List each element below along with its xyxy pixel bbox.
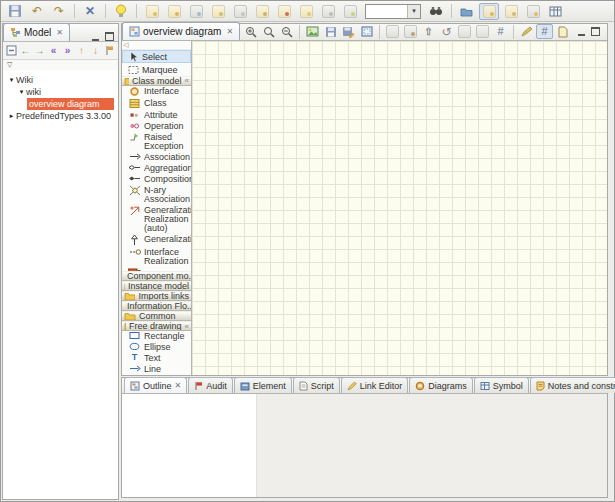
save-as-button[interactable] [340,24,357,39]
model-view-tab[interactable]: Model ✕ [3,23,70,41]
tree-row-predefined-types[interactable]: ▸ PredefinedTypes 3.3.00 [3,110,118,122]
save-button[interactable] [5,3,25,20]
undo-button[interactable]: ↶ [27,3,47,20]
collapse-all-button[interactable] [5,43,18,58]
palette-item-operation[interactable]: Operation [122,121,191,132]
editor-tab-overview-diagram[interactable]: overview diagram ✕ [122,22,240,40]
expand-arrow-icon[interactable]: ▾ [7,76,16,84]
configure-tools-button[interactable]: ✕ [80,3,100,20]
palette-item-composition[interactable]: Composition [122,174,191,185]
move-down-button[interactable]: ↓ [89,43,102,58]
palette-section-information-flows[interactable]: Information Flo... [122,301,191,311]
align-top-button[interactable]: ⇧ [420,24,437,39]
next-related-button[interactable]: » [61,43,74,58]
close-icon[interactable]: ✕ [56,28,63,37]
tab-link-editor[interactable]: Link Editor [341,377,409,393]
palette-item-line[interactable]: Line [122,364,191,375]
table-view-button[interactable] [545,3,565,20]
tab-diagrams[interactable]: Diagrams [409,377,473,393]
palette-item-generalization-realization-auto[interactable]: Generalizatio... Realization (auto) [122,205,191,234]
close-icon[interactable]: ✕ [226,27,233,36]
redo-button[interactable]: ↷ [49,3,69,20]
layout-toggle-button[interactable] [479,3,499,20]
page-mode-button[interactable] [554,24,571,39]
palette-item-interface-realization[interactable]: Interface Realization [122,247,191,267]
palette-item-aggregation[interactable]: Aggregation [122,163,191,174]
pen-button[interactable] [518,24,535,39]
navigate-forward-button[interactable]: → [33,43,46,58]
close-icon[interactable]: ✕ [175,381,182,390]
diagram-canvas[interactable] [192,41,607,375]
palette-item-raised-exception[interactable]: Raised Exception [122,132,191,152]
model-action-9-button[interactable] [318,3,338,20]
collapse-arrow-icon[interactable]: ▸ [7,112,16,120]
tree-row-overview-diagram[interactable]: overview diagram [3,98,118,110]
tree-row-wiki-package[interactable]: ▾ wiki [3,86,118,98]
palette-item-generalization[interactable]: Generalization [122,234,191,247]
palette-item-nary-association[interactable]: N-ary Association [122,185,191,205]
model-view-menu[interactable]: ▽ [3,60,118,70]
zoom-out-button[interactable] [278,24,295,39]
model-action-7-button[interactable] [274,3,294,20]
hint-button[interactable] [111,3,131,20]
pin-drawer-icon[interactable]: « [185,76,189,85]
combo-dropdown-icon[interactable]: ▾ [407,5,420,18]
search-combo[interactable]: ▾ [365,4,421,19]
tree-row-wiki-project[interactable]: ▾ Wiki [3,74,118,86]
model-action-4-button[interactable] [208,3,228,20]
maximize-view-button[interactable] [105,32,114,41]
palette-section-imports-links[interactable]: Imports links [122,291,191,301]
distribute-v-button[interactable] [474,24,491,39]
palette-item-association[interactable]: Association [122,152,191,163]
palette-section-instance-model[interactable]: Instance model [122,281,191,291]
move-up-button[interactable]: ↑ [75,43,88,58]
save-diagram-button[interactable] [322,24,339,39]
minimize-editor-button[interactable] [576,27,587,36]
view-option-1-button[interactable] [501,3,521,20]
model-action-6-button[interactable] [252,3,272,20]
palette-collapse-button[interactable]: ◁ [122,41,191,50]
model-action-10-button[interactable] [340,3,360,20]
previous-related-button[interactable]: « [47,43,60,58]
pin-drawer-icon[interactable]: « [185,322,189,331]
palette-item-text[interactable]: T Text [122,353,191,364]
palette-item-interface[interactable]: Interface [122,86,191,98]
model-action-1-button[interactable] [142,3,162,20]
outline-canvas[interactable] [122,394,257,497]
tab-notes-and-constraints[interactable]: Notes and constraints [530,377,615,393]
palette-section-free-drawing[interactable]: Free drawing « [122,321,191,331]
tab-symbol[interactable]: Symbol [474,377,529,393]
palette-section-component-model[interactable]: Component mo... [122,271,191,281]
palette-item-rectangle[interactable]: Rectangle [122,331,191,342]
rotate-button[interactable]: ↺ [438,24,455,39]
fit-to-window-button[interactable] [358,24,375,39]
view-option-2-button[interactable] [523,3,543,20]
tab-audit[interactable]: Audit [188,377,233,393]
open-folder-button[interactable] [457,3,477,20]
show-grid-button[interactable]: # [492,24,509,39]
model-action-2-button[interactable] [164,3,184,20]
palette-tool-select[interactable]: Select [122,50,191,63]
maximize-editor-button[interactable] [591,27,600,36]
zoom-original-button[interactable] [260,24,277,39]
palette-section-class-model[interactable]: Class model « [122,76,191,86]
tab-script[interactable]: Script [293,377,340,393]
model-action-3-button[interactable] [186,3,206,20]
send-backward-button[interactable] [384,24,401,39]
tab-element[interactable]: Element [234,377,292,393]
bring-forward-button[interactable] [402,24,419,39]
minimize-view-button[interactable] [90,32,101,41]
model-action-5-button[interactable] [230,3,250,20]
tab-outline[interactable]: Outline ✕ [124,377,187,393]
palette-item-attribute[interactable]: Attribute [122,110,191,121]
palette-section-common[interactable]: Common [122,311,191,321]
palette-tool-marquee[interactable]: Marquee [122,63,191,76]
search-button[interactable] [426,3,446,20]
export-image-button[interactable] [304,24,321,39]
zoom-in-button[interactable] [242,24,259,39]
distribute-h-button[interactable] [456,24,473,39]
navigate-back-button[interactable]: ← [19,43,32,58]
snap-to-grid-button[interactable]: # [536,24,553,39]
palette-item-class[interactable]: Class [122,98,191,110]
model-action-8-button[interactable] [296,3,316,20]
